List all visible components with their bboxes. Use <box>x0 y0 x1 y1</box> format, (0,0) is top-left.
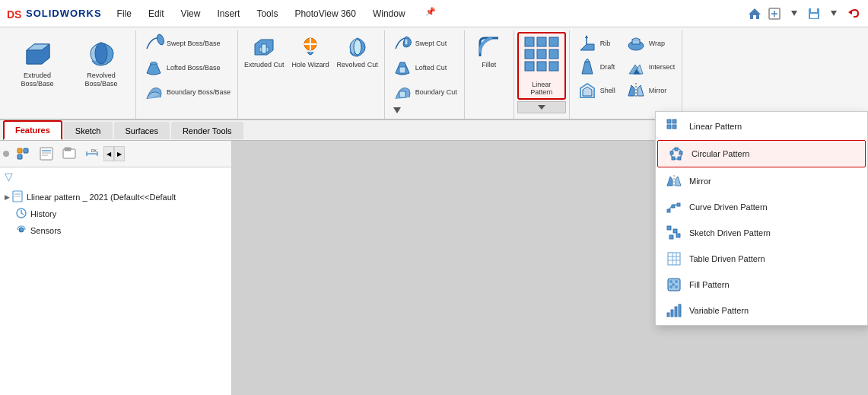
lofted-boss-button[interactable]: Lofted Boss/Base <box>141 56 223 79</box>
extruded-boss-base-button[interactable]: Extruded Boss/Base <box>6 32 68 91</box>
cut-dropdown-arrow[interactable] <box>389 105 405 117</box>
panel-arrows: ◀ ▶ <box>103 146 125 161</box>
tab-surfaces[interactable]: Surfaces <box>114 122 170 139</box>
intersect-button[interactable]: Intersect <box>623 56 678 78</box>
dimxpert-button[interactable]: DX <box>81 143 103 164</box>
menu-window[interactable]: Window <box>370 7 409 21</box>
menu-items: File Edit View Insert Tools PhotoView 36… <box>114 7 436 21</box>
dropdown-sketch-pattern[interactable]: Sketch Driven Pattern <box>656 220 867 246</box>
sensors-node[interactable]: Sensors <box>0 222 231 239</box>
app-logo: DS SOLIDWORKS <box>6 5 102 22</box>
dropdown-mirror[interactable]: Mirror <box>656 168 867 194</box>
home-button[interactable] <box>746 5 763 22</box>
open-dropdown[interactable] <box>786 5 803 22</box>
dropdown-fill-pattern[interactable]: Fill Pattern <box>656 272 867 298</box>
project-node[interactable]: ▶ Llinear pattern _ 2021 (Default<<Defau… <box>0 189 231 205</box>
shell-button[interactable]: Shell <box>574 79 620 102</box>
svg-rect-73 <box>669 235 673 239</box>
linear-pattern-dropdown[interactable] <box>517 101 566 113</box>
config-manager-button[interactable] <box>59 143 80 164</box>
hole-wizard-button[interactable]: Hole Wizard <box>289 32 332 71</box>
svg-point-85 <box>672 283 675 286</box>
dropdown-variable-pattern[interactable]: Variable Pattern <box>656 298 867 323</box>
menu-file[interactable]: File <box>114 7 135 21</box>
dropdown-sketch-pattern-label: Sketch Driven Pattern <box>689 228 771 237</box>
revolved-boss-icon <box>83 35 119 72</box>
mirror-button[interactable]: Mirror <box>623 79 669 102</box>
tab-sketch[interactable]: Sketch <box>64 122 113 139</box>
dropdown-table-pattern[interactable]: Table Driven Pattern <box>656 246 867 272</box>
property-manager-button[interactable] <box>36 143 57 164</box>
tab-features[interactable]: Features <box>3 120 62 140</box>
boundary-cut-button[interactable]: Boundary Cut <box>389 81 459 104</box>
undo-button[interactable] <box>845 5 862 22</box>
draft-button[interactable]: Draft <box>574 56 620 78</box>
swept-boss-button[interactable]: Swept Boss/Base <box>141 32 223 55</box>
circular-pattern-menu-icon <box>667 145 685 163</box>
mirror-menu-icon <box>665 172 683 190</box>
wrap-button[interactable]: Wrap <box>623 32 669 55</box>
svg-rect-20 <box>262 44 266 53</box>
lofted-boss-label: Lofted Boss/Base <box>167 64 221 72</box>
boundary-boss-button[interactable]: Boundary Boss/Base <box>141 81 233 104</box>
tab-render-tools[interactable]: Render Tools <box>171 122 243 139</box>
svg-marker-10 <box>848 10 852 14</box>
dropdown-curve-pattern[interactable]: Curve Driven Pattern <box>656 194 867 220</box>
svg-rect-62 <box>678 157 681 160</box>
menu-photoview[interactable]: PhotoView 360 <box>291 7 359 21</box>
svg-rect-93 <box>40 148 52 160</box>
intersect-icon <box>625 56 647 78</box>
swept-cut-icon <box>392 33 413 54</box>
menu-view[interactable]: View <box>178 7 204 21</box>
menu-tools[interactable]: Tools <box>253 7 281 21</box>
pin-icon: 📌 <box>425 7 436 21</box>
mirror-icon <box>625 80 647 101</box>
dropdown-linear-pattern[interactable]: Linear Pattern <box>656 113 867 139</box>
svg-marker-40 <box>580 44 594 50</box>
svg-rect-71 <box>667 226 671 230</box>
hole-wizard-label: Hole Wizard <box>292 62 329 69</box>
rib-button[interactable]: Rib <box>574 32 620 55</box>
menu-edit[interactable]: Edit <box>145 7 167 21</box>
extruded-boss-icon <box>19 35 56 72</box>
extruded-cut-button[interactable]: Extruded Cut <box>241 32 288 71</box>
linear-pattern-menu-icon <box>665 117 683 135</box>
menu-insert[interactable]: Insert <box>214 7 243 21</box>
filter-icon: ▽ <box>5 170 13 183</box>
pattern-dropdown-menu: Linear Pattern Circular Pattern <box>655 111 868 326</box>
dropdown-curve-pattern-label: Curve Driven Pattern <box>689 202 768 212</box>
svg-marker-54 <box>637 85 644 96</box>
linear-pattern-button[interactable]: Linear Pattern <box>517 32 566 100</box>
svg-rect-31 <box>537 37 546 46</box>
lofted-boss-icon <box>143 57 164 78</box>
panel-arrow-right[interactable]: ▶ <box>114 146 125 161</box>
svg-rect-86 <box>667 313 669 317</box>
revolved-cut-button[interactable]: Revolved Cut <box>334 32 381 71</box>
mirror-label: Mirror <box>649 87 667 94</box>
fillet-button[interactable]: Fillet <box>469 32 509 71</box>
svg-point-15 <box>156 33 165 46</box>
svg-rect-72 <box>673 229 677 233</box>
svg-point-14 <box>95 43 107 64</box>
revolved-boss-base-button[interactable]: Revolved Boss/Base <box>70 32 132 91</box>
panel-arrow-left[interactable]: ◀ <box>103 146 114 161</box>
svg-rect-98 <box>65 148 68 151</box>
history-node[interactable]: History <box>0 205 231 222</box>
svg-rect-34 <box>537 49 546 59</box>
save-dropdown[interactable] <box>825 5 842 22</box>
rib-icon <box>577 33 598 54</box>
save-button[interactable] <box>806 5 822 22</box>
swept-boss-label: Swept Boss/Base <box>167 40 221 47</box>
dropdown-circular-pattern[interactable]: Circular Pattern <box>657 140 866 167</box>
swept-cut-button[interactable]: Swept Cut <box>389 32 450 55</box>
wrap-label: Wrap <box>649 40 665 47</box>
lofted-cut-button[interactable]: Lofted Cut <box>389 56 450 79</box>
svg-rect-60 <box>675 148 678 151</box>
svg-marker-17 <box>150 62 157 64</box>
feature-manager-button[interactable] <box>13 143 34 164</box>
sensors-label: Sensors <box>30 226 61 235</box>
new-button[interactable] <box>766 5 783 22</box>
dropdown-linear-pattern-label: Linear Pattern <box>689 122 742 131</box>
table-pattern-menu-icon <box>665 250 683 268</box>
svg-text:DX: DX <box>91 148 97 153</box>
